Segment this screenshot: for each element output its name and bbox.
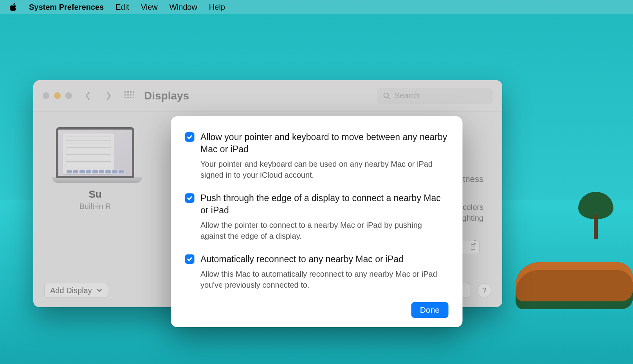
universal-control-sheet: Allow your pointer and keyboard to move … [171, 116, 462, 327]
option-desc: Allow the pointer to connect to a nearby… [200, 220, 448, 241]
menu-help[interactable]: Help [209, 3, 225, 12]
laptop-illustration [52, 127, 138, 183]
option-desc: Your pointer and keyboard can be used on… [200, 159, 448, 180]
apple-logo-icon[interactable] [9, 3, 17, 11]
option-auto-reconnect: Automatically reconnect to any nearby Ma… [185, 253, 448, 290]
option-label: Allow your pointer and keyboard to move … [200, 131, 448, 155]
option-allow-pointer: Allow your pointer and keyboard to move … [185, 131, 448, 180]
done-button[interactable]: Done [411, 302, 448, 318]
add-display-label: Add Display [50, 286, 92, 295]
checkbox-auto-reconnect[interactable] [185, 254, 194, 264]
menu-edit[interactable]: Edit [115, 3, 129, 12]
menu-app-name[interactable]: System Preferences [29, 3, 104, 12]
option-push-edge: Push through the edge of a display to co… [185, 192, 448, 241]
window-controls [43, 92, 72, 99]
search-input[interactable] [395, 91, 487, 100]
show-all-icon[interactable] [124, 91, 134, 101]
menu-bar: System Preferences Edit View Window Help [0, 0, 633, 14]
checkbox-allow-pointer[interactable] [185, 132, 194, 142]
window-zoom-button[interactable] [65, 92, 72, 99]
search-field[interactable] [377, 88, 493, 104]
display-preview: Su Built-in R [44, 123, 146, 296]
svg-line-1 [388, 97, 390, 99]
option-label: Push through the edge of a display to co… [200, 192, 448, 216]
window-close-button[interactable] [43, 92, 49, 99]
nav-forward-button[interactable] [103, 90, 114, 101]
display-sub-label: Built-in R [44, 202, 146, 211]
menu-view[interactable]: View [141, 3, 158, 12]
window-minimize-button[interactable] [54, 92, 61, 99]
chevron-up-down-icon: ˄˅ [474, 240, 476, 247]
menu-window[interactable]: Window [170, 3, 197, 12]
nav-back-button[interactable] [82, 90, 93, 101]
window-title: Displays [144, 90, 189, 102]
option-label: Automatically reconnect to any nearby Ma… [200, 253, 448, 265]
option-desc: Allow this Mac to automatically reconnec… [200, 268, 448, 290]
search-icon [383, 92, 391, 100]
help-label: ? [482, 286, 486, 295]
display-name-label: Su [44, 188, 146, 200]
window-titlebar: Displays [33, 80, 502, 112]
help-button[interactable]: ? [477, 283, 491, 297]
checkbox-push-edge[interactable] [185, 193, 194, 203]
add-display-button[interactable]: Add Display [44, 283, 108, 298]
chevron-down-icon [97, 288, 102, 293]
